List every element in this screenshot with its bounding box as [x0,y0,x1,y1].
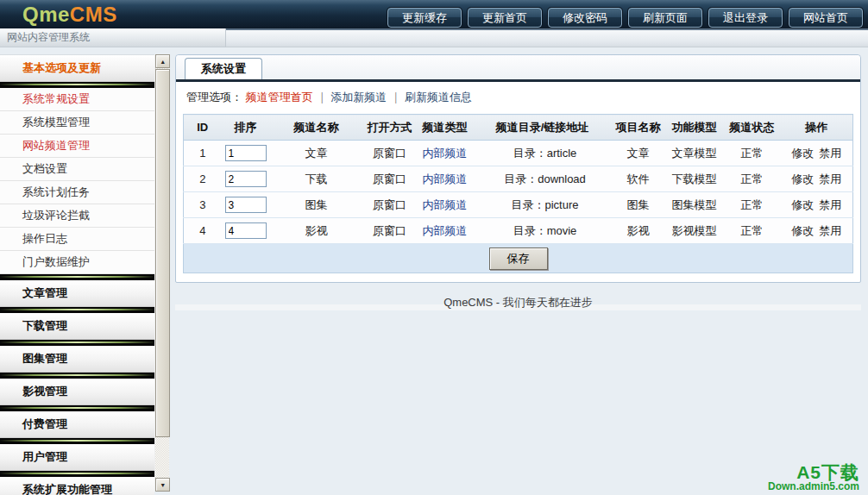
main-column: 系统设置 管理选项： 频道管理首页｜添加新频道｜刷新频道信息 ID排序频道名称打… [175,54,861,310]
sort-order-input[interactable] [225,145,267,161]
sidebar-header-article-manage[interactable]: 文章管理 [0,280,154,307]
sidebar-item-spam-comment-block[interactable]: 垃圾评论拦截 [0,204,154,228]
sidebar-section-divider [0,373,154,379]
tab-system-settings[interactable]: 系统设置 [185,58,262,79]
row-action-link[interactable]: 修改 [791,172,814,185]
sidebar-header-system-extension-manage[interactable]: 系统扩展功能管理 [0,477,154,495]
manage-options-label: 管理选项： [186,91,242,103]
header-button-change-password[interactable]: 修改密码 [548,8,622,28]
row-action-link[interactable]: 禁用 [819,147,841,160]
column-header: 排序 [222,115,270,141]
column-header: 功能模型 [665,115,724,141]
table-header-row: ID排序频道名称打开方式频道类型频道目录/链接地址项目名称功能模型频道状态操作 [184,115,853,141]
divider-green-glow [0,341,154,343]
cell-channel-name: 影视 [270,218,363,244]
header-button-refresh-page[interactable]: 刷新页面 [628,8,702,28]
scroll-up-button[interactable]: ▲ [155,54,170,68]
scroll-down-button[interactable]: ▼ [155,478,170,492]
cell-channel-type: 内部频道 [417,166,474,192]
row-action-link[interactable]: 修改 [791,198,814,211]
sidebar-item-system-model-manage[interactable]: 系统模型管理 [0,111,154,135]
cell-model: 文章模型 [665,141,724,166]
watermark-title: A5下载 [768,463,859,481]
column-header: 项目名称 [612,115,665,141]
channel-type-link[interactable]: 内部频道 [423,172,468,185]
manage-options-bar: 管理选项： 频道管理首页｜添加新频道｜刷新频道信息 [176,82,860,112]
sidebar-item-site-channel-manage[interactable]: 网站频道管理 [0,135,154,158]
header-button-update-cache[interactable]: 更新缓存 [387,8,462,28]
cell-channel-name: 下载 [270,166,363,192]
cell-open-mode: 原窗口 [363,166,417,192]
column-header: 频道目录/链接地址 [474,115,612,141]
channel-type-link[interactable]: 内部频道 [423,224,468,237]
table-row: 4 影视 原窗口 内部频道 目录：movie 影视 影视模型 正常 修改禁用 [184,218,853,244]
top-header-bar: QmeCMS 更新缓存更新首页修改密码刷新页面退出登录网站首页 [0,0,868,28]
sidebar-header-payment-manage[interactable]: 付费管理 [0,411,154,438]
logo-text-orange: CMS [70,3,117,26]
table-row: 1 文章 原窗口 内部频道 目录：article 文章 文章模型 正常 修改禁用 [184,141,853,166]
sort-order-input[interactable] [225,197,267,213]
sidebar-item-document-settings[interactable]: 文档设置 [0,158,154,181]
cell-id: 4 [184,218,222,244]
option-link-refresh-channel-info[interactable]: 刷新频道信息 [405,91,472,103]
divider-green-glow [0,440,154,442]
options-separator: ｜ [317,91,328,103]
channel-type-link[interactable]: 内部频道 [423,198,468,211]
header-button-site-home[interactable]: 网站首页 [789,8,863,28]
sidebar-header-download-manage[interactable]: 下载管理 [0,313,154,340]
sidebar-header-gallery-manage[interactable]: 图集管理 [0,346,154,373]
cell-actions: 修改禁用 [781,166,853,192]
cell-open-mode: 原窗口 [363,218,417,244]
column-header: 频道状态 [724,115,781,141]
option-link-add-new-channel[interactable]: 添加新频道 [330,91,387,103]
table-row: 2 下载 原窗口 内部频道 目录：download 软件 下载模型 正常 修改禁… [184,166,853,192]
header-button-logout[interactable]: 退出登录 [708,8,783,28]
sidebar-header-basic-options-updates[interactable]: 基本选项及更新 [0,55,154,82]
sort-order-input[interactable] [225,222,267,239]
sidebar-item-portal-data-maintenance[interactable]: 门户数据维护 [0,251,154,274]
content-area: 基本选项及更新系统常规设置系统模型管理网站频道管理文档设置系统计划任务垃圾评论拦… [0,47,868,495]
cell-directory: 目录：picture [474,192,612,218]
divider-green-glow [0,407,154,409]
sidebar-section-divider [0,438,154,444]
cell-model: 影视模型 [665,218,724,244]
cell-project-name: 影视 [612,218,665,244]
sidebar-scrollbar[interactable]: ▲ ▼ [154,54,169,492]
option-link-channel-manage-home[interactable]: 频道管理首页 [246,91,313,103]
row-action-link[interactable]: 禁用 [819,172,841,185]
cell-model: 下载模型 [665,166,724,192]
settings-panel: 系统设置 管理选项： 频道管理首页｜添加新频道｜刷新频道信息 ID排序频道名称打… [175,54,861,283]
channel-type-link[interactable]: 内部频道 [423,147,468,160]
row-action-link[interactable]: 禁用 [819,224,841,237]
sidebar-header-movie-manage[interactable]: 影视管理 [0,379,154,405]
header-button-update-homepage[interactable]: 更新首页 [468,8,542,28]
row-action-link[interactable]: 修改 [791,147,814,160]
save-row: 保存 [184,244,853,273]
save-button[interactable]: 保存 [489,248,548,270]
options-separator: ｜ [390,91,401,103]
scrollbar-thumb[interactable] [155,69,170,437]
sidebar-section-divider [0,307,154,313]
cell-channel-type: 内部频道 [417,218,474,244]
footer-slogan: QmeCMS - 我们每天都在进步 [175,295,861,310]
column-header: ID [184,115,222,141]
sidebar-item-system-scheduled-tasks[interactable]: 系统计划任务 [0,181,154,204]
cell-status: 正常 [724,166,781,192]
cell-id: 3 [184,192,222,218]
cell-channel-name: 图集 [270,192,363,218]
a5-download-watermark: A5下载 Down.admin5.com [768,463,859,492]
sidebar-item-operation-log[interactable]: 操作日志 [0,228,154,251]
row-action-link[interactable]: 修改 [791,224,814,237]
cell-id: 1 [184,141,222,166]
tab-strip: 系统设置 [176,55,860,79]
cell-sort [222,218,270,244]
sidebar-section-divider [0,340,154,346]
column-header: 频道名称 [270,115,363,141]
sidebar-item-system-general-settings[interactable]: 系统常规设置 [0,88,154,111]
scroll-down-icon: ▼ [160,482,166,488]
row-action-link[interactable]: 禁用 [819,198,841,211]
column-header: 打开方式 [363,115,417,141]
sidebar-header-user-manage[interactable]: 用户管理 [0,444,154,471]
sort-order-input[interactable] [225,171,267,187]
cell-sort [222,192,270,218]
